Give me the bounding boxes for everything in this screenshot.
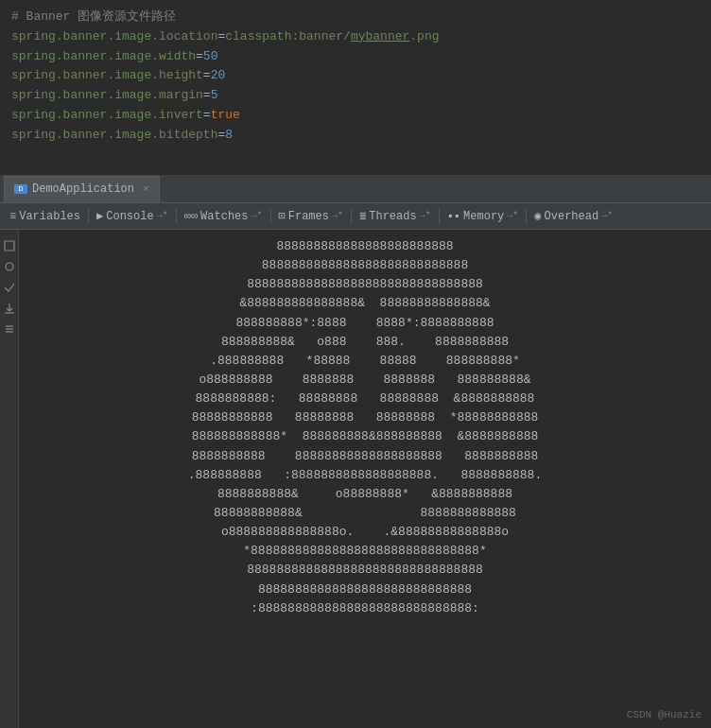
- console-icon: ▶: [96, 209, 103, 223]
- svg-point-1: [6, 263, 13, 270]
- toolbar-memory[interactable]: ▪▪ Memory →*: [442, 203, 525, 229]
- tab-label: DemoApplication: [32, 182, 134, 196]
- ascii-line: 888888888& o888 888. 8888888888: [26, 333, 703, 352]
- overhead-icon: ◉: [534, 209, 541, 223]
- toolbar-watches[interactable]: ∞∞ Watches →*: [179, 203, 269, 229]
- toolbar-sep-6: [526, 209, 527, 224]
- demo-application-tab[interactable]: D DemoApplication ×: [4, 176, 160, 202]
- ascii-line: *8888888888888888888888888888888*: [26, 542, 703, 561]
- left-gutter: [0, 230, 19, 728]
- tab-bar: D DemoApplication ×: [0, 175, 711, 203]
- code-line-2: spring.banner.image.width=50: [11, 47, 700, 67]
- frames-arrow: →*: [332, 211, 343, 221]
- ascii-line: 8888888888888888888888888888: [26, 256, 703, 275]
- ascii-line: 88888888888& 8888888888888: [26, 504, 703, 523]
- code-line-1: spring.banner.image.location=classpath:b…: [11, 27, 700, 47]
- gutter-icon-3[interactable]: [3, 281, 16, 294]
- overhead-arrow: →*: [601, 211, 613, 221]
- ascii-line: o888888888888888o. .&88888888888888o: [26, 523, 703, 542]
- ascii-line: :88888888888888888888888888888:: [26, 599, 703, 618]
- toolbar-variables-label: Variables: [19, 210, 80, 223]
- code-editor: # Banner 图像资源文件路径 spring.banner.image.lo…: [0, 0, 711, 175]
- code-line-6: spring.banner.image.bitdepth=8: [11, 126, 700, 146]
- svg-rect-0: [5, 241, 14, 251]
- toolbar-sep-3: [270, 209, 271, 224]
- ascii-line: 88888888888888888888888888888: [26, 581, 703, 599]
- watches-icon: ∞∞: [184, 210, 198, 223]
- ascii-line: 88888888888888888888888888888888: [26, 275, 703, 294]
- toolbar-memory-label: Memory: [463, 210, 504, 223]
- toolbar-sep-4: [351, 209, 352, 224]
- memory-arrow: →*: [507, 211, 518, 221]
- gutter-icon-4[interactable]: [3, 322, 16, 336]
- ascii-line: 888888888*:8888 8888*:8888888888: [26, 314, 703, 333]
- variables-icon: ≡: [9, 210, 16, 223]
- frames-icon: ⊡: [279, 209, 286, 223]
- ascii-line: 88888888888888888888888888888888: [26, 561, 703, 580]
- toolbar-sep-2: [176, 209, 177, 224]
- toolbar-console[interactable]: ▶ Console →*: [91, 203, 174, 229]
- toolbar-console-label: Console: [106, 210, 153, 223]
- ascii-line: 88888888888 88888888 88888888 *888888888…: [26, 408, 703, 427]
- gutter-icon-2[interactable]: [3, 260, 16, 273]
- toolbar-threads-label: Threads: [369, 210, 416, 223]
- main-container: # Banner 图像资源文件路径 spring.banner.image.lo…: [0, 0, 711, 728]
- ascii-line: o888888888 8888888 8888888 888888888&: [26, 371, 703, 390]
- toolbar-watches-label: Watches: [200, 210, 248, 223]
- ascii-line: 888888888888888888888888: [26, 237, 703, 256]
- watermark: CSDN @Huazie: [627, 709, 702, 720]
- code-line-5: spring.banner.image.invert=true: [11, 106, 700, 126]
- ascii-line: 888888888888* 888888888&888888888 &88888…: [26, 427, 703, 446]
- toolbar-variables[interactable]: ≡ Variables: [4, 203, 86, 229]
- threads-icon: ≣: [359, 209, 366, 223]
- ascii-line: .888888888 :8888888888888888888. 8888888…: [26, 466, 703, 485]
- console-arrow: →*: [157, 211, 168, 221]
- tab-file-icon: D: [14, 184, 27, 194]
- toolbar-sep-5: [439, 209, 440, 224]
- toolbar-frames[interactable]: ⊡ Frames →*: [273, 203, 349, 229]
- watches-arrow: →*: [251, 211, 263, 221]
- toolbar-sep-1: [88, 209, 89, 224]
- ascii-line: 8888888888& o88888888* &8888888888: [26, 485, 703, 504]
- ascii-line: 8888888888 88888888888888888888 88888888…: [26, 447, 703, 466]
- ascii-line: 8888888888: 88888888 88888888 &888888888…: [26, 390, 703, 408]
- gutter-icon-download[interactable]: [3, 302, 16, 315]
- toolbar-frames-label: Frames: [288, 210, 329, 223]
- bottom-section: 8888888888888888888888888888888888888888…: [0, 230, 711, 728]
- ascii-line: .888888888 *88888 88888 888888888*: [26, 352, 703, 371]
- toolbar-overhead[interactable]: ◉ Overhead →*: [529, 203, 618, 229]
- debug-toolbar: ≡ Variables ▶ Console →* ∞∞ Watches →* ⊡…: [0, 203, 711, 230]
- console-output: 8888888888888888888888888888888888888888…: [19, 230, 711, 728]
- gutter-icon-1[interactable]: [3, 239, 16, 252]
- toolbar-threads[interactable]: ≣ Threads →*: [354, 203, 437, 229]
- code-line-3: spring.banner.image.height=20: [11, 66, 700, 86]
- tab-close-button[interactable]: ×: [143, 183, 149, 195]
- code-line-4: spring.banner.image.margin=5: [11, 86, 700, 106]
- threads-arrow: →*: [420, 211, 431, 221]
- toolbar-overhead-label: Overhead: [545, 210, 599, 223]
- memory-icon: ▪▪: [447, 210, 460, 223]
- code-comment: # Banner 图像资源文件路径: [11, 8, 700, 27]
- ascii-line: &888888888888888& 88888888888888&: [26, 294, 703, 313]
